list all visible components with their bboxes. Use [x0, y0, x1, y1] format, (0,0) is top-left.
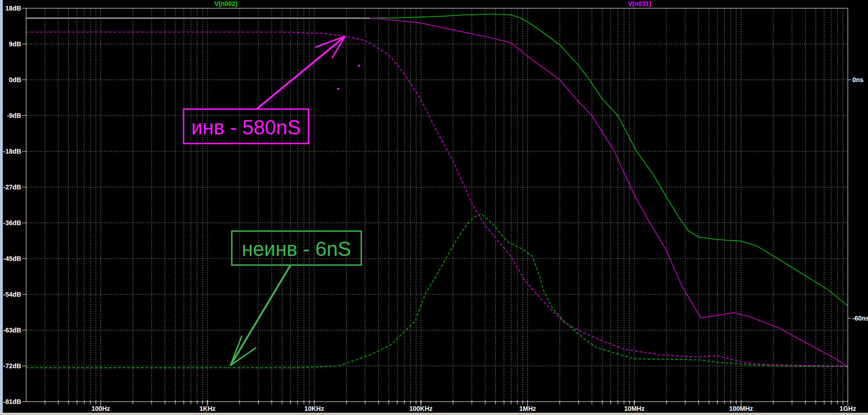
x-axis-tick-label[interactable]: 10KHz — [304, 405, 324, 412]
plot-area[interactable]: 18dB9dB0dB-9dB-18dB-27dB-36dB-45dB-54dB-… — [0, 0, 868, 413]
y-left-tick-label[interactable]: -27dB — [3, 183, 21, 191]
y-left-tick-label[interactable]: -9dB — [7, 112, 21, 119]
window-left-border — [0, 0, 3, 415]
y-right-tick-label[interactable]: 0ns — [852, 76, 863, 83]
x-axis-tick-label[interactable]: 1MHz — [519, 405, 536, 412]
y-left-tick-label[interactable]: 0dB — [9, 76, 21, 83]
annotation-inv-580ns[interactable]: инв - 580nS — [184, 109, 308, 144]
x-axis-tick-label[interactable]: 100KHz — [409, 405, 433, 412]
window-bottom-border — [0, 413, 868, 415]
x-axis-tick-label[interactable]: 10MHz — [624, 405, 644, 412]
x-axis-tick-label[interactable]: 1GHz — [840, 405, 856, 412]
annotation-noninv-6ns[interactable]: неинв - 6nS — [232, 231, 361, 265]
stray-marker-dot — [358, 65, 360, 66]
trace-label-vn002[interactable]: V(n002) — [214, 0, 238, 7]
y-left-tick-label[interactable]: -45dB — [3, 255, 21, 262]
bode-plot-svg: 18dB9dB0dB-9dB-18dB-27dB-36dB-45dB-54dB-… — [0, 0, 868, 413]
y-left-tick-label[interactable]: 9dB — [9, 40, 21, 48]
x-axis-tick-label[interactable]: 100MHz — [729, 405, 753, 412]
plot-background — [0, 0, 868, 413]
y-right-tick-label[interactable]: -60ns — [852, 315, 868, 322]
ltspice-waveform-window: 18dB9dB0dB-9dB-18dB-27dB-36dB-45dB-54dB-… — [0, 0, 868, 415]
y-left-tick-label[interactable]: -81dB — [3, 398, 21, 405]
y-left-tick-label[interactable]: 18dB — [6, 5, 21, 12]
stray-marker-dot — [337, 88, 339, 90]
x-axis-tick-label[interactable]: 100Hz — [91, 405, 110, 412]
y-left-tick-label[interactable]: -36dB — [3, 219, 21, 227]
trace-label-vn031[interactable]: V(n031) — [628, 0, 651, 7]
y-left-tick-label[interactable]: -18dB — [3, 148, 21, 155]
y-left-tick-label[interactable]: -72dB — [3, 362, 21, 370]
y-left-tick-label[interactable]: -54dB — [3, 291, 21, 298]
y-left-tick-label[interactable]: -63dB — [3, 326, 21, 334]
x-axis-tick-label[interactable]: 1KHz — [199, 405, 215, 412]
